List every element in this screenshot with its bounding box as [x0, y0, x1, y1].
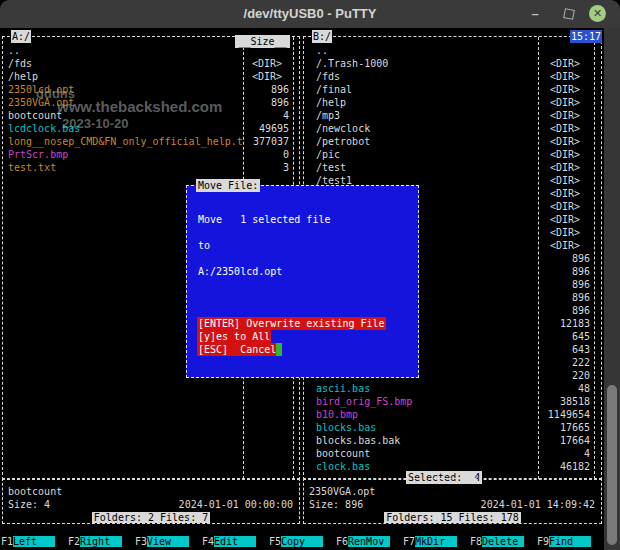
file-row[interactable]: lcdclock.bas49695	[4, 122, 298, 135]
right-size-column-header[interactable]: __Size__	[235, 35, 290, 48]
file-size-cell: 17664	[540, 434, 593, 447]
file-size-cell: <DIR>	[245, 57, 289, 70]
file-size-cell: <DIR>	[540, 200, 590, 213]
function-key-label: Edit	[214, 536, 256, 547]
file-name: /help	[316, 96, 537, 109]
function-key-label: Delete	[482, 536, 524, 547]
file-size-cell: <DIR>	[540, 96, 590, 109]
right-status-box: 2350VGA.opt Size: 896 2024-01-01 14:09:4…	[303, 478, 602, 524]
file-size-cell: 643	[540, 343, 593, 356]
scrollbar-track[interactable]	[604, 28, 620, 550]
right-drive-label[interactable]: B:/	[312, 30, 332, 43]
function-key-f7[interactable]: F7MkDir	[403, 535, 457, 549]
maximize-icon	[563, 8, 575, 20]
function-key-label: MkDir	[415, 536, 457, 547]
file-row[interactable]: bootcount4	[305, 447, 600, 460]
function-key-f2[interactable]: F2Right	[68, 535, 122, 549]
file-name: /pic	[316, 148, 537, 161]
file-size-cell: <DIR>	[540, 213, 590, 226]
file-size-cell	[540, 44, 593, 57]
file-row[interactable]: b10.bmp1149654	[305, 408, 600, 421]
file-size-cell: 3	[245, 161, 292, 174]
file-row[interactable]: long__nosep_CMD&FN_only_official_help.t3…	[4, 135, 298, 148]
file-size-cell: 17665	[540, 421, 593, 434]
dialog-message: to	[198, 239, 210, 252]
function-key-label: Copy	[281, 536, 323, 547]
terminal-screen: ../fds<DIR>/help<DIR>2350lcd.opt8962350V…	[0, 28, 620, 550]
file-size-cell: 49695	[245, 122, 292, 135]
text-cursor	[276, 343, 282, 356]
file-size-cell: <DIR>	[540, 239, 590, 252]
file-row[interactable]: /help<DIR>	[4, 70, 298, 83]
file-size-cell: 0	[245, 148, 292, 161]
file-row[interactable]: ascii.bas48	[305, 382, 600, 395]
dialog-action-yes-to-all[interactable]: [y]es to All	[197, 330, 271, 343]
function-key-f8[interactable]: F8Delete	[470, 535, 524, 549]
file-size-cell: 38518	[540, 395, 593, 408]
file-row[interactable]: /fds<DIR>	[4, 57, 298, 70]
file-row[interactable]: /newclock<DIR>	[305, 122, 600, 135]
file-size-cell: <DIR>	[540, 109, 590, 122]
function-key-f9[interactable]: F9Find	[537, 535, 591, 549]
dialog-action-cancel[interactable]: [ESC] Cancel	[197, 343, 277, 356]
file-name: /fds	[316, 70, 537, 83]
function-key-number: F4	[202, 536, 214, 547]
file-row[interactable]: test.txt3	[4, 161, 298, 174]
file-row[interactable]: /mp3<DIR>	[305, 109, 600, 122]
file-size-cell: 12183	[540, 317, 593, 330]
file-size-cell: <DIR>	[540, 83, 590, 96]
dialog-message: Move 1 selected file	[198, 213, 330, 226]
function-key-number: F6	[336, 536, 348, 547]
file-row[interactable]: /pic<DIR>	[305, 148, 600, 161]
file-name: /petrobot	[316, 135, 537, 148]
function-key-number: F2	[68, 536, 80, 547]
function-key-f3[interactable]: F3View	[135, 535, 189, 549]
file-row[interactable]: PrtScr.bmp0	[4, 148, 298, 161]
title-bar[interactable]: /dev/ttyUSB0 - PuTTY – ✕	[0, 0, 620, 28]
file-size-cell: <DIR>	[540, 135, 590, 148]
file-name: /mp3	[316, 109, 537, 122]
file-row[interactable]: /fds<DIR>	[305, 70, 600, 83]
file-row[interactable]: ..	[305, 44, 600, 57]
file-row[interactable]: /petrobot<DIR>	[305, 135, 600, 148]
file-name: ..	[316, 44, 537, 57]
scrollbar-thumb[interactable]	[607, 385, 617, 545]
file-row[interactable]: bird_orig_FS.bmp38518	[305, 395, 600, 408]
file-name: /test	[316, 161, 537, 174]
file-row[interactable]: blocks.bas.bak17664	[305, 434, 600, 447]
function-key-f6[interactable]: F6RenMov	[336, 535, 390, 549]
dialog-action-overwrite[interactable]: [ENTER] Overwrite existing File	[197, 317, 386, 330]
file-size-cell: 220	[540, 369, 593, 382]
function-key-bar: F1Left F2Right F3View F4Edit F5Copy F6Re…	[0, 535, 620, 549]
file-name: test.txt	[8, 161, 243, 174]
left-drive-label[interactable]: A:/	[11, 30, 31, 43]
file-name: b10.bmp	[316, 408, 537, 421]
file-name: /final	[316, 83, 537, 96]
maximize-button[interactable]	[560, 6, 578, 22]
function-key-f1[interactable]: F1Left	[1, 535, 55, 549]
file-row[interactable]: /test<DIR>	[305, 161, 600, 174]
close-icon: ✕	[593, 7, 602, 20]
file-name: bootcount	[316, 447, 537, 460]
file-row[interactable]: /help<DIR>	[305, 96, 600, 109]
file-size-cell: <DIR>	[540, 57, 590, 70]
function-key-f5[interactable]: F5Copy	[269, 535, 323, 549]
file-name: blocks.bas	[316, 421, 537, 434]
right-file-datetime: 2024-01-01 14:09:42	[481, 498, 595, 511]
function-key-number: F8	[470, 536, 482, 547]
function-key-label: Left	[13, 536, 55, 547]
file-size-cell: 896	[540, 291, 593, 304]
clock: 15:17	[570, 30, 602, 43]
move-file-dialog: Move File: Move 1 selected file to A:/23…	[186, 185, 419, 378]
close-button[interactable]: ✕	[589, 5, 606, 22]
function-key-number: F3	[135, 536, 147, 547]
minimize-button[interactable]: –	[526, 6, 544, 22]
function-key-label: Find	[549, 536, 591, 547]
watermark-text: 2023-10-20	[62, 116, 129, 131]
file-row[interactable]: /.Trash-1000<DIR>	[305, 57, 600, 70]
function-key-f4[interactable]: F4Edit	[202, 535, 256, 549]
file-size-cell: <DIR>	[540, 174, 590, 187]
file-row[interactable]: /final<DIR>	[305, 83, 600, 96]
function-key-label: RenMov	[348, 536, 390, 547]
file-row[interactable]: blocks.bas17665	[305, 421, 600, 434]
